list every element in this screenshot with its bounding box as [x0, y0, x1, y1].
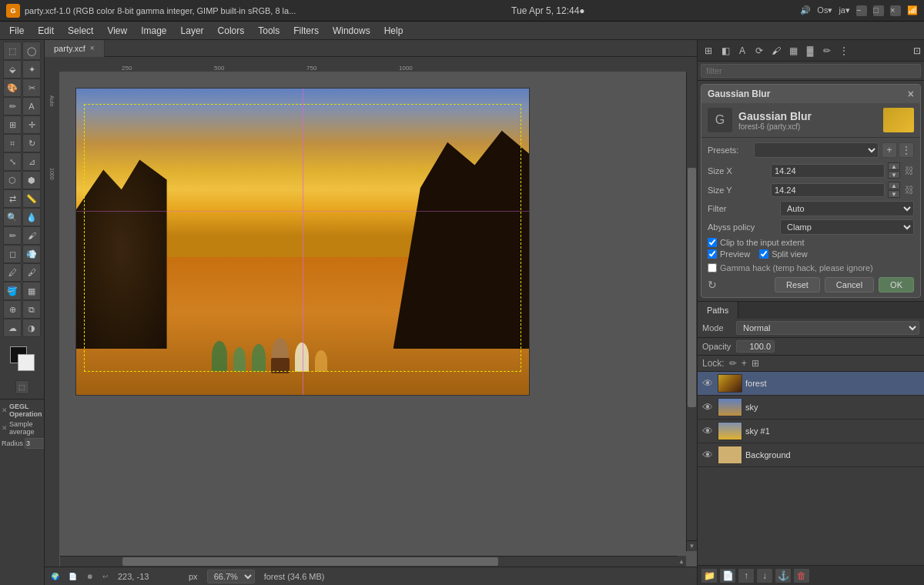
canvas-content[interactable]: ▼ ▲: [60, 72, 697, 567]
strip-icon-layers[interactable]: ⊞: [701, 43, 716, 58]
vscroll-thumb[interactable]: [688, 168, 696, 407]
tool-paths[interactable]: ✏: [3, 97, 22, 115]
layers-raise-btn[interactable]: ↑: [738, 568, 755, 583]
layer-item-forest[interactable]: 👁 forest: [698, 372, 924, 396]
size-y-down[interactable]: ▼: [888, 190, 900, 198]
volume-icon[interactable]: 🔊: [800, 5, 811, 15]
size-x-chain-link[interactable]: ⛓: [905, 165, 914, 176]
strip-icon-gradients[interactable]: ▓: [802, 43, 818, 58]
lock-pixels-icon[interactable]: ✏: [729, 358, 737, 369]
tool-color-select[interactable]: 🎨: [3, 79, 22, 97]
vertical-scrollbar[interactable]: ▼: [686, 72, 697, 551]
strip-icon-fonts[interactable]: ✏: [819, 43, 835, 58]
layer-visibility-forest[interactable]: 👁: [701, 377, 715, 389]
layers-delete-btn[interactable]: 🗑: [793, 568, 810, 583]
canvas-tab-party[interactable]: party.xcf ×: [45, 40, 105, 57]
menu-help[interactable]: Help: [378, 24, 410, 38]
color-swatches[interactable]: [10, 346, 35, 371]
tool-scale[interactable]: ⤡: [3, 152, 22, 171]
filter-search-input[interactable]: [701, 64, 921, 78]
user-label[interactable]: ja▾: [839, 5, 850, 15]
opacity-input[interactable]: [736, 340, 775, 353]
size-y-chain-link[interactable]: ⛓: [905, 185, 914, 196]
tool-clone[interactable]: ⧉: [22, 300, 41, 319]
hscroll-thumb[interactable]: [122, 557, 498, 566]
preset-menu-btn[interactable]: ⋮: [899, 142, 914, 158]
status-icon-1[interactable]: 🌍: [51, 573, 59, 580]
menu-colors[interactable]: Colors: [212, 24, 251, 38]
zoom-select[interactable]: 66.7% 50% 100%: [207, 570, 255, 583]
tool-pencil[interactable]: ✏: [3, 226, 22, 245]
lock-position-icon[interactable]: +: [742, 358, 747, 369]
tool-move[interactable]: ✛: [22, 115, 41, 134]
layer-item-sky[interactable]: 👁 sky: [698, 396, 924, 420]
size-x-input[interactable]: [771, 164, 885, 178]
horizontal-scrollbar[interactable]: [60, 556, 686, 567]
splitview-checkbox[interactable]: [759, 249, 768, 259]
layers-duplicate-btn[interactable]: ⚓: [775, 568, 792, 583]
tool-smudge[interactable]: ☁: [3, 319, 22, 337]
tool-airbrush[interactable]: 💨: [22, 245, 41, 263]
tool-crop[interactable]: ⌗: [3, 134, 22, 152]
status-icon-4[interactable]: ↩: [102, 573, 109, 580]
menu-file[interactable]: File: [3, 24, 30, 38]
nav-icon-1[interactable]: ▲: [678, 558, 685, 565]
menu-edit[interactable]: Edit: [32, 24, 60, 38]
maximize-button[interactable]: □: [873, 5, 884, 16]
size-y-up[interactable]: ▲: [888, 182, 900, 189]
layer-visibility-sky[interactable]: 👁: [701, 401, 715, 413]
mode-select[interactable]: Normal Multiply Screen: [736, 321, 919, 335]
tool-free-select[interactable]: ⬙: [3, 60, 22, 79]
tool-extra-1[interactable]: ⬚: [15, 380, 29, 394]
menu-windows[interactable]: Windows: [326, 24, 377, 38]
layers-lower-btn[interactable]: ↓: [756, 568, 773, 583]
strip-icon-channels[interactable]: ◧: [718, 43, 733, 58]
layers-new-layer-btn[interactable]: 📄: [719, 568, 736, 583]
tool-rect-select[interactable]: ⬚: [3, 42, 22, 60]
tool-rotate[interactable]: ↻: [22, 134, 41, 152]
size-y-input[interactable]: [771, 183, 885, 197]
gegl-radius-input[interactable]: [25, 438, 45, 449]
preset-add-btn[interactable]: +: [882, 142, 897, 158]
tool-blend[interactable]: ▦: [22, 282, 41, 300]
cancel-button[interactable]: Cancel: [825, 277, 874, 292]
strip-icon-history[interactable]: ⟳: [752, 43, 767, 58]
abyss-select[interactable]: Clamp None Loop: [780, 219, 914, 235]
tool-zoom[interactable]: 🔍: [3, 208, 22, 226]
reset-button[interactable]: Reset: [775, 277, 820, 292]
layer-visibility-background[interactable]: 👁: [701, 449, 715, 461]
painting-canvas[interactable]: [75, 88, 530, 396]
clip-checkbox[interactable]: [708, 238, 717, 247]
vscroll-down-btn[interactable]: ▼: [687, 540, 697, 551]
size-x-down[interactable]: ▼: [888, 171, 900, 179]
strip-icon-patterns[interactable]: ▦: [785, 43, 801, 58]
canvas-tab-close[interactable]: ×: [90, 44, 95, 52]
tool-text[interactable]: A: [22, 97, 41, 115]
layer-item-sky1[interactable]: 👁 sky #1: [698, 420, 924, 443]
layer-item-background[interactable]: 👁 Background: [698, 443, 924, 467]
tool-shear[interactable]: ⊿: [22, 152, 41, 171]
tool-scissors[interactable]: ✂: [22, 79, 41, 97]
layer-visibility-sky1[interactable]: 👁: [701, 425, 715, 437]
tool-perspective[interactable]: ⬡: [3, 171, 22, 189]
tool-mypaint[interactable]: 🖋: [22, 263, 41, 282]
tool-flip[interactable]: ⇄: [3, 189, 22, 208]
status-icon-3[interactable]: ⏺: [86, 573, 93, 580]
strip-icon-paths[interactable]: A: [735, 43, 750, 58]
presets-select[interactable]: [754, 142, 879, 158]
gegl-close-icon[interactable]: ✕: [2, 424, 8, 432]
tool-paintbrush[interactable]: 🖌: [22, 226, 41, 245]
menu-view[interactable]: View: [101, 24, 133, 38]
tool-ink[interactable]: 🖊: [3, 263, 22, 282]
tool-align[interactable]: ⊞: [3, 115, 22, 134]
menu-tools[interactable]: Tools: [252, 24, 286, 38]
tool-bucket-fill[interactable]: 🪣: [3, 282, 22, 300]
gaussian-blur-close-btn[interactable]: ×: [908, 88, 914, 100]
tool-color-picker[interactable]: 💧: [22, 208, 41, 226]
menu-select[interactable]: Select: [62, 24, 99, 38]
layers-new-group-btn[interactable]: 📁: [701, 568, 718, 583]
status-icon-2[interactable]: 📄: [69, 573, 77, 580]
tool-transform[interactable]: ⬢: [22, 171, 41, 189]
menu-image[interactable]: Image: [135, 24, 172, 38]
gamma-checkbox[interactable]: [708, 263, 717, 272]
